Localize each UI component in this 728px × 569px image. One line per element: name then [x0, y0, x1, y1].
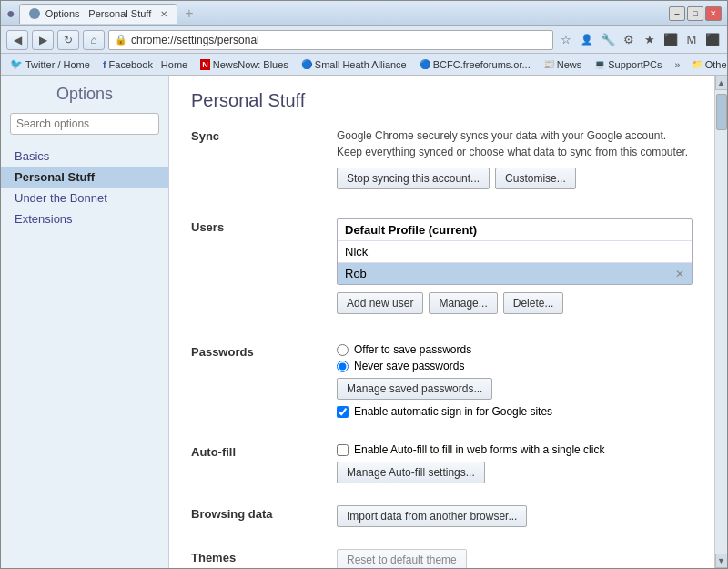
passwords-label: Passwords [191, 343, 337, 422]
minimize-button[interactable]: – [669, 6, 685, 21]
search-box [10, 113, 159, 135]
nav-right-icons: ☆ 👤 🔧 ⚙ ★ ⬛ M ⬛ [557, 31, 722, 49]
sync-btn-row: Stop syncing this account... Customise..… [337, 168, 693, 189]
content-area: Personal Stuff Sync Google Chrome secure… [169, 76, 714, 568]
page-title: Personal Stuff [191, 90, 693, 111]
autofill-manage-btn-wrap: Manage Auto-fill settings... [337, 462, 693, 483]
stop-syncing-button[interactable]: Stop syncing this account... [337, 168, 490, 189]
browsing-content: Import data from another browser... [337, 505, 693, 527]
passwords-section: Passwords Offer to save passwords Never … [191, 343, 693, 422]
close-button[interactable]: ✕ [705, 6, 722, 21]
forward-button[interactable]: ▶ [32, 30, 54, 50]
search-input[interactable] [10, 113, 159, 135]
bookmark-twitter[interactable]: 🐦 Twitter / Home [5, 56, 96, 74]
browser-tab[interactable]: Options - Personal Stuff ✕ [19, 4, 178, 24]
bookmark-sma[interactable]: 🔵 Small Heath Alliance [296, 56, 412, 74]
import-data-button[interactable]: Import data from another browser... [337, 505, 527, 527]
manage-passwords-btn-wrap: Manage saved passwords... [337, 378, 693, 400]
title-bar: ● Options - Personal Stuff ✕ + – □ ✕ [1, 1, 727, 26]
title-bar-left: ● Options - Personal Stuff ✕ + [6, 4, 194, 24]
new-tab-btn[interactable]: + [185, 5, 193, 22]
bookmark-news[interactable]: 📰 News [538, 56, 588, 74]
customise-button[interactable]: Customise... [495, 168, 576, 189]
bookmark-news-label: News [557, 59, 582, 70]
user-rob-close-btn[interactable]: ✕ [675, 268, 684, 280]
sidebar-item-extensions[interactable]: Extensions [1, 208, 168, 229]
auto-signin-checkbox[interactable] [337, 406, 349, 418]
nav-icon-3[interactable]: ⚙ [620, 31, 638, 49]
nav-icon-5[interactable]: ⬛ [662, 31, 680, 49]
users-content: Default Profile (current) Nick Rob ✕ [337, 218, 693, 321]
news-icon: 📰 [543, 59, 554, 69]
bookmarks-more-btn[interactable]: » [672, 59, 684, 70]
tab-title: Options - Personal Stuff [46, 8, 152, 19]
star-icon[interactable]: ☆ [557, 31, 575, 49]
bookmark-facebook-label: Facebook | Home [109, 59, 188, 70]
manage-autofill-button[interactable]: Manage Auto-fill settings... [337, 462, 485, 483]
users-label: Users [191, 218, 337, 321]
bookmark-support[interactable]: 💻 SupportPCs [589, 56, 667, 74]
manage-user-button[interactable]: Manage... [429, 292, 497, 314]
user-item-nick[interactable]: Nick [338, 241, 692, 263]
window-controls: – □ ✕ [669, 6, 722, 21]
browsing-section: Browsing data Import data from another b… [191, 505, 693, 527]
themes-content: Reset to default theme [337, 549, 693, 568]
scrollbar[interactable]: ▲ ▼ [714, 76, 727, 568]
user-item-rob-row: Rob ✕ [345, 267, 684, 280]
sync-desc: Google Chrome securely syncs your data w… [337, 127, 693, 160]
tab-close-btn[interactable]: ✕ [160, 9, 167, 19]
never-save-row: Never save passwords [337, 360, 693, 372]
never-save-radio[interactable] [337, 361, 349, 372]
manage-passwords-button[interactable]: Manage saved passwords... [337, 378, 492, 400]
nav-icon-7[interactable]: ⬛ [703, 31, 722, 49]
nav-icon-6[interactable]: M [682, 31, 701, 49]
bookmark-other[interactable]: 📁 Other bookmarks [686, 56, 727, 74]
bookmark-facebook[interactable]: f Facebook | Home [97, 56, 193, 74]
nav-icon-4[interactable]: ★ [641, 31, 659, 49]
user-item-rob[interactable]: Rob ✕ [338, 263, 692, 284]
user-item-default[interactable]: Default Profile (current) [338, 219, 692, 241]
auto-signin-row: Enable automatic sign in for Google site… [337, 405, 693, 418]
browser-window: ● Options - Personal Stuff ✕ + – □ ✕ ◀ ▶… [0, 0, 728, 569]
sidebar-item-basics[interactable]: Basics [1, 146, 168, 167]
twitter-icon: 🐦 [10, 58, 23, 70]
sidebar-title: Options [1, 85, 168, 104]
address-text: chrome://settings/personal [131, 34, 259, 46]
nav-bar: ◀ ▶ ↻ ⌂ 🔒 chrome://settings/personal ☆ 👤… [1, 26, 727, 54]
bcfc-icon: 🔵 [420, 59, 430, 69]
back-button[interactable]: ◀ [6, 30, 28, 50]
autofill-enable-row: Enable Auto-fill to fill in web forms wi… [337, 443, 693, 456]
passwords-content: Offer to save passwords Never save passw… [337, 343, 693, 422]
bookmark-newsnow-label: NewsNow: Blues [213, 59, 288, 70]
refresh-button[interactable]: ↻ [57, 30, 79, 50]
bookmark-bcfc[interactable]: 🔵 BCFC.freeforums.or... [414, 56, 536, 74]
scroll-thumb[interactable] [716, 94, 727, 130]
sidebar: Options Basics Personal Stuff Under the … [1, 76, 169, 568]
bookmark-support-label: SupportPCs [608, 59, 662, 70]
address-bar[interactable]: 🔒 chrome://settings/personal [108, 30, 553, 50]
delete-user-button[interactable]: Delete... [503, 292, 564, 314]
bookmark-twitter-label: Twitter / Home [25, 59, 90, 70]
maximize-button[interactable]: □ [687, 6, 703, 21]
sidebar-item-personal-stuff[interactable]: Personal Stuff [1, 167, 168, 188]
offer-passwords-radio[interactable] [337, 344, 349, 356]
other-bookmarks-label: Other bookmarks [705, 59, 727, 70]
users-btn-row: Add new user Manage... Delete... [337, 292, 693, 314]
support-icon: 💻 [594, 59, 605, 69]
bookmark-newsnow[interactable]: N NewsNow: Blues [195, 56, 294, 74]
nav-icon-1[interactable]: 👤 [578, 31, 596, 49]
content-with-scrollbar: Personal Stuff Sync Google Chrome secure… [169, 76, 727, 568]
themes-label: Themes [191, 549, 337, 568]
bookmark-sma-label: Small Heath Alliance [315, 59, 407, 70]
address-lock-icon: 🔒 [115, 34, 127, 46]
add-new-user-button[interactable]: Add new user [337, 292, 423, 314]
autofill-label: Auto-fill [191, 443, 337, 483]
scroll-up-button[interactable]: ▲ [715, 76, 728, 90]
autofill-checkbox[interactable] [337, 444, 349, 456]
home-button[interactable]: ⌂ [83, 30, 105, 50]
reset-theme-button[interactable]: Reset to default theme [337, 549, 467, 568]
sidebar-item-under-bonnet[interactable]: Under the Bonnet [1, 188, 168, 208]
scroll-down-button[interactable]: ▼ [715, 554, 728, 568]
nav-icon-2[interactable]: 🔧 [599, 31, 617, 49]
folder-icon: 📁 [692, 59, 703, 69]
